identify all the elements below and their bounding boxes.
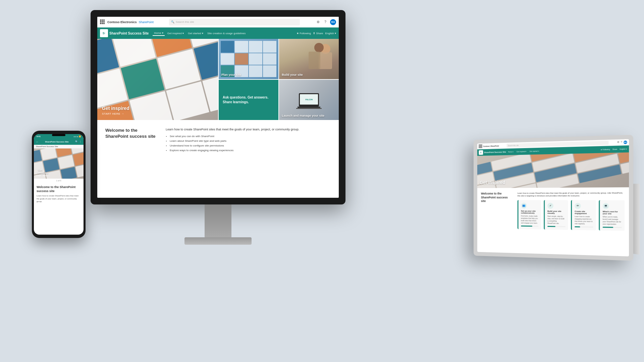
monitor-bezel: Contoso Electronics SharePoint 🔍 Search … (91, 10, 345, 204)
language-btn[interactable]: English ▾ (325, 32, 336, 35)
site-title: SharePoint Success Site (109, 32, 149, 35)
hero-tile-launch[interactable]: FALCON Launch and manage your site (279, 80, 339, 120)
nav-link-home[interactable]: Home ▾ (153, 31, 165, 36)
nav-link-guidelines[interactable]: Site creation & usage guidelines (206, 31, 247, 36)
tablet-feature-cards: 👥 Set up your site collaboratively Find … (518, 200, 625, 231)
phone-nav-icons: 🔍 ⋮ (75, 140, 82, 143)
phone-hero-title: Get inspired (38, 169, 50, 175)
tablet-share-btn[interactable]: Share (612, 148, 617, 150)
laptop-screen: FALCON (300, 94, 318, 105)
nav-link-started[interactable]: Get started ▾ (186, 31, 205, 36)
settings-icon[interactable]: ⚙ (315, 19, 321, 25)
tablet-kickstand (633, 184, 640, 255)
hero-tile-plan[interactable]: Plan your site (219, 39, 278, 79)
feature-title-3: Create site engagement (575, 210, 593, 215)
feature-body-1: Find tools, ready-made templates that he… (521, 215, 538, 224)
search-placeholder: Search this site (176, 20, 194, 23)
company-name: Contoso Electronics (107, 20, 137, 24)
monitor-base (184, 237, 252, 245)
tablet-nav-started[interactable]: Get started ▾ (529, 150, 540, 153)
welcome-intro: Learn how to create SharePoint sites tha… (166, 127, 299, 132)
phone-hero-text: Get inspired START HERE → (36, 175, 50, 177)
following-btn[interactable]: ★ Following (297, 32, 311, 35)
tile-launch-label: Launch and manage your site (282, 114, 324, 117)
sp-topbar: Contoso Electronics SharePoint 🔍 Search … (97, 17, 339, 27)
tile-ask-content: Ask questions. Get answers. Share learni… (219, 80, 278, 120)
phone-welcome-body: Learn how to create SharePoint sites tha… (37, 194, 81, 203)
phone-more-icon[interactable]: ⋮ (79, 140, 82, 143)
tablet-screen: Contoso | SharePoint Search this site ⚙ … (477, 139, 629, 256)
tablet-search-placeholder: Search this site (508, 144, 519, 146)
feature-title-1: Set up your site collaboratively (521, 210, 538, 214)
feature-card-1: 👥 Set up your site collaboratively Find … (518, 200, 541, 230)
hero-main-text: Get inspired START HERE → (102, 106, 129, 115)
phone-signal: ▲▲▲ 📶 (73, 135, 81, 137)
topbar-icons: ⚙ ? MA (315, 19, 336, 25)
phone-pagination: 1 of 5 (34, 179, 84, 183)
tile-plan-label: Plan your site (221, 73, 241, 76)
feature-card-4: 💻 What's next for your site When you're … (599, 200, 625, 231)
nav-link-inspired[interactable]: Get inspired ▾ (166, 31, 185, 36)
welcome-title: Welcome to the SharePoint success site (105, 127, 159, 153)
feature-icon-2: ✓ (547, 203, 553, 209)
tablet-site-title: SharePoint Success Site (484, 151, 506, 153)
phone-welcome-title: Welcome to the SharePoint success site (37, 185, 81, 193)
tablet-hero: Get inspired (477, 153, 629, 188)
tile-ask-text: Ask questions. Get answers. Share learni… (223, 95, 274, 105)
feature-icon-3: ✏ (575, 203, 581, 209)
nav-actions: ★ Following ⬆ Share English ▾ (297, 32, 336, 35)
phone-hero: Get inspired START HERE → (34, 148, 84, 179)
hero-tile-ask[interactable]: Ask questions. Get answers. Share learni… (219, 80, 278, 120)
phone-welcome-section: Welcome to the SharePoint success site L… (34, 183, 84, 206)
list-item: Learn about SharePoint site type and web… (170, 139, 299, 143)
list-item: Understand how to configure site permiss… (170, 144, 299, 147)
feature-title-4: What's next for your site (603, 210, 622, 215)
phone-bezel: 9:41 ▲▲▲ 📶 ← SharePoint Success Site 🔍 ⋮… (32, 131, 86, 238)
help-icon[interactable]: ? (323, 19, 328, 25)
hero-main-tile[interactable]: Get inspired START HERE → (97, 39, 218, 120)
tablet-bezel: Contoso | SharePoint Search this site ⚙ … (474, 135, 633, 261)
search-bar[interactable]: 🔍 Search this site (169, 19, 300, 25)
tablet-nav-inspired[interactable]: Get inspired ▾ (516, 150, 528, 153)
share-btn[interactable]: ⬆ Share (313, 32, 323, 35)
tablet-welcome-right: Learn how to create SharePoint sites tha… (518, 191, 625, 231)
hero-main-cta[interactable]: START HERE → (102, 112, 129, 115)
tablet-settings-icon[interactable]: ⚙ (617, 141, 619, 144)
feature-card-2: ✓ Build your site visually Start simple,… (544, 200, 568, 230)
tablet-following-btn[interactable]: ★ Following (601, 148, 610, 151)
phone-time: 9:41 (37, 135, 41, 137)
tablet-logo: Contoso | SharePoint (483, 145, 499, 147)
user-avatar[interactable]: MA (330, 19, 336, 25)
list-item: Explore ways to create engaging viewing … (170, 148, 299, 152)
laptop-icon: FALCON (299, 93, 319, 107)
phone-nav-title: SharePoint Success Site (40, 141, 74, 143)
phone-nav-bar: ← SharePoint Success Site 🔍 ⋮ (34, 139, 84, 145)
site-icon: S· (100, 29, 108, 37)
phone-breadcrumb: SharePoint Success Site (34, 145, 84, 148)
tablet-nav-home[interactable]: Home ▾ (507, 150, 515, 153)
hero-tile-build[interactable]: Build your site (279, 39, 339, 79)
tablet-welcome-left: Welcome to the SharePoint success site (481, 192, 513, 229)
tablet-welcome-intro: Learn how to create SharePoint sites tha… (518, 191, 625, 197)
monitor-stand (205, 204, 231, 238)
phone-notch (52, 134, 65, 136)
tablet-welcome-title: Welcome to the SharePoint success site (481, 192, 513, 203)
phone-back-btn[interactable]: ← (36, 140, 39, 143)
tablet-language-btn[interactable]: English ▾ (620, 148, 627, 150)
tablet-help-icon[interactable]: ? (621, 140, 622, 144)
app-name: SharePoint (139, 20, 154, 24)
phone-search-icon[interactable]: 🔍 (75, 140, 78, 143)
monitor: Contoso Electronics SharePoint 🔍 Search … (91, 10, 345, 245)
feature-card-3: ✏ Create site engagement Learn how to cr… (571, 200, 596, 230)
tablet-user-avatar[interactable]: MA (624, 140, 627, 144)
feature-icon-4: 💻 (603, 203, 609, 209)
feature-body-3: Learn how to create engaging experiences… (575, 215, 593, 225)
phone-hero-cta[interactable]: START HERE → (36, 175, 50, 177)
welcome-section: Welcome to the SharePoint success site L… (97, 121, 339, 160)
tablet-welcome-layout: Welcome to the SharePoint success site L… (481, 191, 625, 231)
phone-screen: 9:41 ▲▲▲ 📶 ← SharePoint Success Site 🔍 ⋮… (34, 134, 84, 235)
hero-main-title: Get inspired (102, 106, 129, 111)
feature-body-2: Start simple, step-by-step, and learn to… (547, 215, 566, 225)
feature-title-2: Build your site visually (547, 210, 566, 214)
waffle-icon[interactable] (100, 19, 105, 25)
